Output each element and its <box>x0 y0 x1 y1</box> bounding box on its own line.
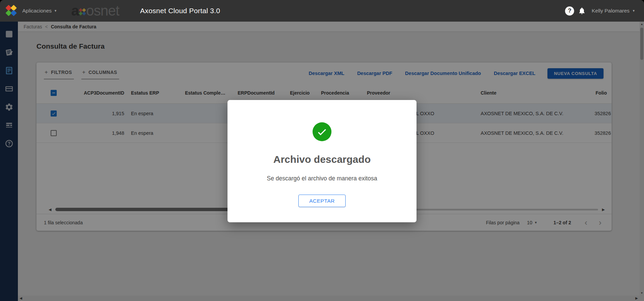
success-check-icon <box>313 122 331 141</box>
applications-menu[interactable]: Aplicaciones ▼ <box>22 8 57 14</box>
top-navbar: Aplicaciones ▼ a osnet Axosnet Cloud Por… <box>0 0 644 22</box>
axosnet-diamond-icon <box>79 8 86 15</box>
portal-title: Axosnet Cloud Portal 3.0 <box>140 7 220 15</box>
axosnet-brand-watermark: a osnet <box>71 3 119 19</box>
user-name: Kelly Palomares <box>592 8 629 14</box>
chevron-down-icon: ▼ <box>54 9 57 12</box>
notifications-bell-icon[interactable] <box>578 7 586 15</box>
dialog-message: Se descargó el archivo de manera exitosa <box>227 175 417 182</box>
applications-menu-label: Aplicaciones <box>22 8 52 14</box>
download-success-dialog: Archivo descargado Se descargó el archiv… <box>227 100 417 222</box>
accept-button[interactable]: ACEPTAR <box>298 195 346 207</box>
dialog-title: Archivo descargado <box>227 154 417 165</box>
axosnet-logo-icon <box>5 5 17 17</box>
help-icon[interactable]: ? <box>565 6 574 16</box>
application-window: Aplicaciones ▼ a osnet Axosnet Cloud Por… <box>0 0 644 301</box>
user-menu[interactable]: Kelly Palomares ▼ <box>592 8 635 14</box>
chevron-down-icon: ▼ <box>632 9 635 12</box>
